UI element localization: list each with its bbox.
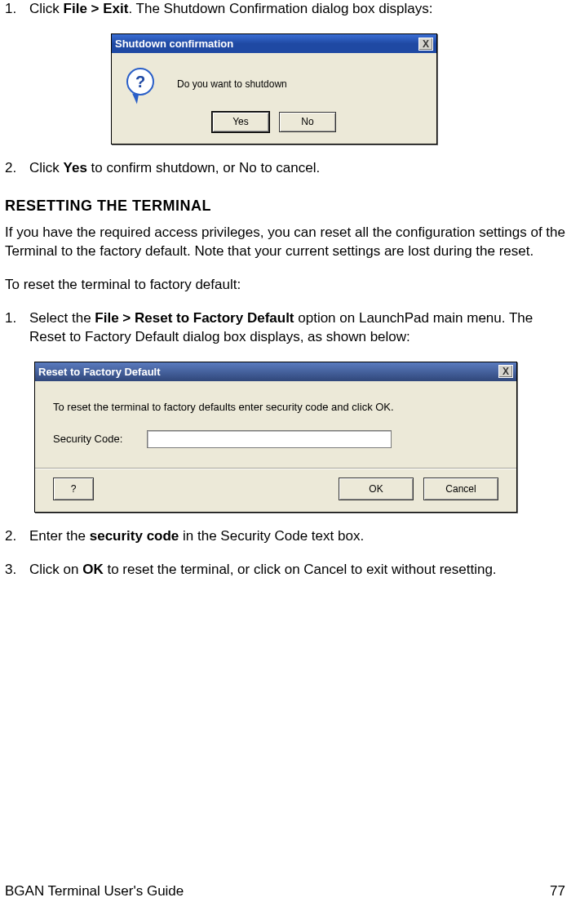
text: Click	[29, 1, 64, 16]
paragraph: To reset the terminal to factory default…	[5, 276, 565, 295]
dialog-titlebar: Shutdown confirmation X	[112, 34, 436, 54]
dialog-titlebar: Reset to Factory Default X	[35, 362, 516, 382]
list-marker: 2.	[5, 159, 29, 178]
page-number: 77	[550, 882, 565, 901]
paragraph: If you have the required access privileg…	[5, 224, 565, 261]
list-marker: 1.	[5, 309, 29, 347]
text: Enter the	[29, 528, 90, 544]
step-text: Enter the security code in the Security …	[29, 527, 565, 546]
label-bold: Yes	[64, 160, 87, 175]
shutdown-confirmation-dialog: Shutdown confirmation X ? Do you want to…	[111, 33, 437, 144]
dialog-title: Shutdown confirmation	[115, 37, 233, 51]
step-text: Select the File > Reset to Factory Defau…	[29, 309, 565, 347]
no-button[interactable]: No	[279, 112, 336, 131]
question-icon: ?	[126, 68, 159, 100]
footer-title: BGAN Terminal User's Guide	[5, 882, 184, 901]
step-text: Click on OK to reset the terminal, or cl…	[29, 561, 565, 580]
reset-factory-default-dialog: Reset to Factory Default X To reset the …	[34, 362, 517, 513]
menu-path: File > Exit	[64, 1, 129, 16]
list-marker: 3.	[5, 561, 29, 580]
step-text: Click File > Exit. The Shutdown Confirma…	[29, 0, 565, 19]
cancel-button[interactable]: Cancel	[423, 478, 498, 500]
close-icon[interactable]: X	[498, 365, 513, 378]
close-icon[interactable]: X	[418, 38, 433, 51]
help-button[interactable]: ?	[53, 478, 94, 500]
question-mark: ?	[126, 68, 154, 96]
text: Click	[29, 160, 64, 175]
text: to reset the terminal, or click on Cance…	[104, 562, 497, 577]
text: in the Security Code text box.	[179, 528, 364, 544]
label-bold: OK	[82, 562, 104, 577]
menu-path: File > Reset to Factory Default	[95, 310, 294, 326]
yes-button[interactable]: Yes	[212, 112, 269, 131]
field-label: Security Code:	[53, 432, 122, 446]
section-heading: RESETTING THE TERMINAL	[5, 196, 565, 215]
dialog-message: To reset the terminal to factory default…	[53, 399, 498, 415]
dialog-message: Do you want to shutdown	[177, 78, 287, 91]
divider	[35, 468, 516, 469]
ok-button[interactable]: OK	[339, 478, 414, 500]
security-code-input[interactable]	[147, 430, 392, 448]
text: Select the	[29, 310, 95, 326]
list-marker: 1.	[5, 0, 29, 19]
list-marker: 2.	[5, 527, 29, 546]
dialog-title: Reset to Factory Default	[38, 365, 161, 380]
step-text: Click Yes to confirm shutdown, or No to …	[29, 159, 565, 178]
text: . The Shutdown Confirmation dialog box d…	[128, 1, 432, 16]
text: to confirm shutdown, or No to cancel.	[87, 160, 320, 175]
label-bold: security code	[90, 528, 179, 544]
text: Click on	[29, 562, 82, 577]
